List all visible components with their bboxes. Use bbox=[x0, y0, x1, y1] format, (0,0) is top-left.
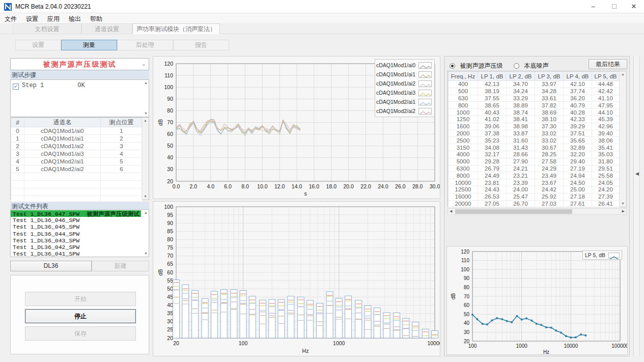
legend-entry[interactable]: cDAQ1Mod1/ai2 bbox=[378, 79, 432, 88]
legend-entry[interactable]: cDAQ1Mod1/ai3 bbox=[378, 88, 432, 97]
svg-text:10.0: 10.0 bbox=[257, 183, 268, 189]
legend-entry[interactable]: cDAQ1Mod2/ai2 bbox=[378, 106, 432, 116]
lp5-chart: 2030405060708090100110120100100010000100… bbox=[446, 246, 628, 355]
svg-text:80: 80 bbox=[167, 236, 173, 242]
subtab-2[interactable]: 后处理 bbox=[117, 40, 173, 50]
result-row[interactable]: 100040.4338.7438.6940.2844.10 bbox=[449, 109, 620, 116]
results-table-scrollbar[interactable]: ▲ ▼ bbox=[619, 71, 626, 207]
result-row[interactable]: 80038.6538.8937.8240.7947.95 bbox=[449, 102, 620, 109]
channel-table-scrollbar[interactable]: ▲ ▼ bbox=[142, 118, 149, 200]
result-row[interactable]: 40042.1334.7033.9742.1044.48 bbox=[449, 81, 620, 88]
svg-text:110: 110 bbox=[461, 258, 469, 263]
result-row[interactable]: 200037.3833.8733.0237.5139.40 bbox=[449, 130, 620, 137]
steps-listbox[interactable]: ✓Step 1OK ▲ ▼ bbox=[10, 79, 149, 117]
start-button[interactable]: 开始 bbox=[25, 292, 136, 306]
radio-unselected-icon bbox=[514, 63, 519, 69]
file-list-item[interactable]: Test 1_DL36_045_SPW bbox=[11, 224, 141, 230]
result-row[interactable]: 800024.4923.2123.4924.9425.58 bbox=[449, 172, 620, 179]
file-list-item[interactable]: Test 1_DL36_043_SPW bbox=[11, 237, 141, 244]
scroll-right-icon[interactable]: ▶ bbox=[622, 209, 625, 213]
radio-source[interactable]: 被测声源声压级 bbox=[450, 61, 502, 70]
result-row[interactable]: 400032.1728.6628.2532.2035.03 bbox=[449, 151, 620, 158]
menu-item-0[interactable]: 文件 bbox=[0, 13, 21, 23]
time-history-chart: 20304050607080901001101200.02.04.06.08.0… bbox=[153, 56, 440, 199]
app-window: MCR Beta 2.04.0 20230221 – ✕ 文件设置应用输出帮助 … bbox=[0, 0, 644, 362]
legend-line-sample bbox=[418, 62, 432, 69]
file-list-item[interactable]: Test 1_DL36_044_SPW bbox=[11, 231, 141, 237]
channel-row[interactable]: 3cDAQ1Mod1/ai34 bbox=[11, 150, 143, 158]
svg-text:40: 40 bbox=[464, 320, 470, 326]
svg-text:35: 35 bbox=[167, 310, 173, 316]
scroll-up-icon[interactable]: ▲ bbox=[144, 81, 148, 85]
tab-2[interactable]: 声功率测试模块（消声室法） bbox=[132, 23, 220, 34]
legend-entry[interactable]: cDAQ1Mod1/ai1 bbox=[378, 70, 432, 79]
channel-row[interactable]: 4cDAQ1Mod2/ai15 bbox=[11, 158, 143, 165]
step-checkbox[interactable]: ✓ bbox=[13, 83, 19, 90]
svg-text:80: 80 bbox=[464, 285, 470, 290]
panel-collapse-strip[interactable]: ◀ bbox=[633, 56, 640, 356]
legend-entry[interactable]: LP 5, dB bbox=[585, 252, 620, 259]
scroll-down-icon[interactable]: ▼ bbox=[621, 202, 625, 206]
channel-row[interactable]: 0cDAQ1Mod1/ai01 bbox=[11, 127, 143, 135]
hscroll-thumb[interactable] bbox=[455, 209, 572, 214]
dl36-button[interactable]: DL36 bbox=[10, 261, 92, 271]
file-list-item[interactable]: Test 1_DL36_041_SPW bbox=[11, 250, 141, 257]
result-row[interactable]: 2000027.0526.7027.0327.6126.41 bbox=[449, 200, 620, 207]
result-row[interactable]: 315034.0831.4330.6732.8935.41 bbox=[449, 144, 620, 151]
channel-row[interactable]: 1cDAQ1Mod1/ai12 bbox=[11, 135, 143, 143]
menu-item-4[interactable]: 帮助 bbox=[86, 13, 107, 23]
menu-item-3[interactable]: 输出 bbox=[64, 13, 86, 23]
result-row[interactable]: 50038.1934.2434.2837.7442.42 bbox=[449, 88, 620, 95]
menu-item-1[interactable]: 设置 bbox=[21, 13, 43, 23]
results-hscrollbar[interactable]: ◀ ▶ bbox=[447, 208, 627, 215]
step-row[interactable]: ✓Step 1OK bbox=[13, 82, 85, 90]
svg-text:28.0: 28.0 bbox=[412, 183, 423, 189]
result-row[interactable]: 1250024.4324.0024.4225.0024.20 bbox=[449, 186, 620, 193]
result-row[interactable]: 1600026.5325.4725.9227.1827.39 bbox=[449, 193, 620, 200]
svg-text:45: 45 bbox=[167, 294, 173, 300]
scroll-down-icon[interactable]: ▼ bbox=[144, 112, 148, 116]
lp5-legend: LP 5, dB bbox=[582, 250, 622, 260]
svg-text:60: 60 bbox=[167, 131, 173, 137]
file-list-item[interactable]: Test 1_DL36_047_SPW被测声源声压级测试 bbox=[11, 210, 141, 217]
legend-label: cDAQ1Mod1/ai0 bbox=[376, 62, 415, 68]
tab-0[interactable]: 文档设置 bbox=[13, 23, 81, 34]
legend-entry[interactable]: cDAQ1Mod1/ai0 bbox=[378, 61, 432, 70]
result-row[interactable]: 160039.0638.9837.3039.2942.96 bbox=[449, 123, 620, 130]
result-row[interactable]: 1000023.8123.3923.6724.5024.05 bbox=[449, 179, 620, 186]
channel-row[interactable]: 2cDAQ1Mod1/ai23 bbox=[11, 143, 143, 150]
svg-text:25: 25 bbox=[167, 326, 173, 332]
subtab-1[interactable]: 测量 bbox=[61, 40, 117, 50]
file-list-item[interactable]: Test 1_DL36_042_SPW bbox=[11, 244, 141, 250]
subtab-3[interactable]: 报告 bbox=[173, 40, 229, 50]
test-type-dropdown[interactable]: 被测声源声压级测试 ⌄ bbox=[10, 58, 149, 70]
close-button[interactable]: ✕ bbox=[624, 0, 644, 13]
tab-1[interactable]: 通道设置 bbox=[81, 23, 132, 34]
scroll-down-icon[interactable]: ▼ bbox=[144, 194, 147, 199]
svg-text:14.0: 14.0 bbox=[292, 183, 302, 189]
result-row[interactable]: 500029.2827.9027.5829.4031.80 bbox=[449, 158, 620, 165]
result-row[interactable]: 250035.2331.6033.0235.6538.06 bbox=[449, 137, 620, 144]
result-row[interactable]: 125041.0238.4138.1042.3345.39 bbox=[449, 116, 620, 123]
final-result-button[interactable]: 最后结果 bbox=[589, 59, 627, 69]
menu-item-2[interactable]: 应用 bbox=[43, 13, 64, 23]
maximize-button[interactable] bbox=[604, 0, 624, 13]
scroll-up-icon[interactable]: ▲ bbox=[144, 211, 148, 215]
channel-row[interactable]: 5cDAQ1Mod2/ai26 bbox=[11, 165, 143, 173]
scroll-left-icon[interactable]: ◀ bbox=[450, 209, 452, 213]
scroll-up-icon[interactable]: ▲ bbox=[621, 72, 625, 76]
new-button[interactable]: 新建 bbox=[92, 261, 149, 271]
result-row[interactable]: 63037.5533.2933.6136.2041.10 bbox=[449, 95, 620, 102]
result-row[interactable]: 630026.7924.2124.2927.1929.51 bbox=[449, 165, 620, 172]
minimize-button[interactable]: – bbox=[583, 0, 603, 13]
legend-line-sample bbox=[608, 253, 620, 258]
stop-button[interactable]: 停止 bbox=[25, 309, 136, 323]
legend-entry[interactable]: cDAQ1Mod2/ai1 bbox=[378, 97, 432, 106]
scroll-down-icon[interactable]: ▼ bbox=[144, 252, 148, 256]
radio-background-noise[interactable]: 本底噪声 bbox=[514, 61, 548, 70]
subtab-0[interactable]: 设置 bbox=[15, 40, 61, 50]
scroll-up-icon[interactable]: ▲ bbox=[144, 119, 147, 123]
svg-text:12.0: 12.0 bbox=[274, 183, 285, 189]
file-list-item[interactable]: Test 1_DL36_046_SPW bbox=[11, 217, 141, 224]
save-button[interactable]: 保存 bbox=[25, 326, 136, 341]
